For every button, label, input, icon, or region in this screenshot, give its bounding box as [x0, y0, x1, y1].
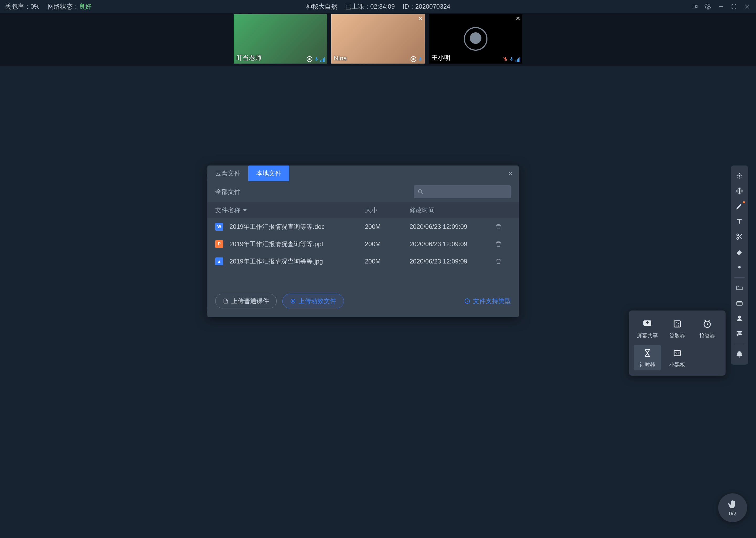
col-size[interactable]: 大小	[365, 206, 409, 214]
svg-point-27	[740, 333, 740, 333]
delete-icon[interactable]	[495, 241, 502, 247]
settings-icon[interactable]	[704, 3, 711, 10]
tile-close-icon[interactable]: ✕	[516, 15, 520, 22]
svg-rect-6	[420, 57, 421, 60]
tools-popover: 屏幕共享 A✓B✗ 答题器 抢答器 计时器 2+3 小黑板	[629, 310, 726, 376]
ppt-icon: P	[215, 240, 223, 248]
clock-icon	[701, 318, 713, 330]
hand-count: 0/2	[729, 511, 736, 517]
mic-icon	[314, 56, 319, 62]
pop-timer[interactable]: 计时器	[634, 345, 661, 370]
video-tile[interactable]: 叮当老师	[234, 14, 327, 64]
close-icon[interactable]	[743, 3, 751, 10]
fullscreen-icon[interactable]	[730, 3, 737, 10]
svg-rect-9	[511, 57, 512, 60]
raise-hand-button[interactable]: 0/2	[718, 493, 747, 522]
file-time: 2020/06/23 12:09:09	[409, 241, 495, 248]
table-body: W2019年工作汇报情况查询等等.doc 200M 2020/06/23 12:…	[208, 218, 519, 286]
table-row[interactable]: W2019年工作汇报情况查询等等.doc 200M 2020/06/23 12:…	[208, 218, 519, 235]
svg-point-25	[738, 333, 739, 333]
mic-icon	[509, 56, 514, 62]
svg-rect-22	[737, 301, 742, 305]
eraser-icon[interactable]	[733, 245, 746, 258]
file-size: 200M	[365, 223, 409, 230]
elapsed-value: 02:34:09	[370, 3, 395, 10]
video-tile[interactable]: ✕ Nina	[331, 14, 425, 64]
svg-point-10	[418, 190, 422, 193]
svg-text:B: B	[676, 325, 677, 327]
col-name[interactable]: 文件名称	[215, 206, 365, 214]
tile-close-icon[interactable]: ✕	[418, 15, 423, 22]
user-icon[interactable]	[733, 312, 746, 325]
svg-point-16	[739, 175, 740, 177]
toolbar-divider	[734, 344, 745, 344]
scissors-icon[interactable]	[733, 230, 746, 243]
net-value: 良好	[79, 3, 92, 10]
delete-icon[interactable]	[495, 223, 502, 230]
color-dot-icon	[743, 201, 745, 203]
svg-text:✓: ✓	[678, 322, 680, 324]
svg-text:✗: ✗	[678, 325, 680, 327]
signal-icon	[516, 57, 520, 62]
move-icon[interactable]	[733, 185, 746, 197]
file-time: 2020/06/23 12:09:09	[409, 223, 495, 230]
network-icon	[410, 56, 416, 62]
tool-toolbar	[731, 166, 748, 365]
bell-icon[interactable]	[733, 348, 746, 361]
search-input[interactable]	[414, 186, 511, 198]
video-strip: 叮当老师 ✕ Nina ✕ 王小明	[0, 13, 756, 66]
topbar: 丢包率：0% 网络状态：良好 神秘大自然 已上课：02:34:09 ID：202…	[0, 0, 756, 13]
hourglass-icon	[641, 347, 653, 359]
participant-name: Nina	[334, 55, 347, 62]
pop-buzzer[interactable]: 抢答器	[693, 316, 721, 341]
table-row[interactable]: P2019年工作汇报情况查询等等.ppt 200M 2020/06/23 12:…	[208, 235, 519, 253]
pop-blackboard[interactable]: 2+3 小黑板	[664, 345, 691, 370]
table-row[interactable]: ▲2019年工作汇报情况查询等等.jpg 200M 2020/06/23 12:…	[208, 253, 519, 270]
col-time[interactable]: 修改时间	[409, 206, 495, 214]
delete-icon[interactable]	[495, 258, 502, 265]
dialog-close-icon[interactable]: ✕	[508, 170, 513, 178]
svg-text:A: A	[676, 322, 677, 324]
upload-normal-button[interactable]: 上传普通课件	[215, 294, 277, 308]
file-name: 2019年工作汇报情况查询等等.jpg	[229, 257, 323, 266]
file-icon	[223, 298, 229, 304]
sort-caret-icon	[243, 209, 247, 211]
elapsed-label: 已上课：	[345, 3, 370, 10]
svg-point-1	[707, 6, 708, 7]
pop-screen-share[interactable]: 屏幕共享	[634, 316, 661, 341]
svg-point-24	[738, 316, 740, 318]
blackboard-icon: 2+3	[671, 347, 683, 359]
laser-pointer-icon[interactable]	[733, 169, 746, 182]
answer-icon: A✓B✗	[671, 318, 683, 330]
brightness-icon[interactable]	[733, 261, 746, 274]
camera-toggle-icon[interactable]	[691, 3, 698, 10]
participant-name: 叮当老师	[236, 54, 261, 62]
chat-icon[interactable]	[733, 327, 746, 340]
supported-types-link[interactable]: 文件支持类型	[464, 297, 511, 305]
hand-icon	[728, 499, 738, 510]
tab-cloud-files[interactable]: 云盘文件	[208, 166, 248, 181]
pen-icon[interactable]	[733, 200, 746, 213]
doc-icon: W	[215, 223, 223, 231]
camera-off-icon	[464, 27, 488, 51]
screen-share-icon	[641, 318, 653, 330]
mic-muted-icon	[503, 56, 508, 62]
pl-label: 丢包率：	[5, 3, 30, 10]
apps-icon[interactable]	[733, 296, 746, 310]
text-icon[interactable]	[733, 215, 746, 228]
file-time: 2020/06/23 12:09:09	[409, 258, 495, 265]
pop-answer-machine[interactable]: A✓B✗ 答题器	[664, 316, 691, 341]
id-value: 2020070324	[415, 3, 450, 10]
upload-animated-button[interactable]: 上传动效文件	[282, 294, 344, 308]
folder-icon[interactable]	[733, 281, 746, 295]
play-icon	[290, 298, 296, 304]
minimize-icon[interactable]	[717, 3, 725, 10]
network-icon	[307, 56, 312, 62]
image-icon: ▲	[215, 257, 223, 265]
svg-rect-5	[316, 57, 317, 60]
scope-label: 全部文件	[215, 188, 240, 196]
svg-text:2+3: 2+3	[676, 351, 682, 355]
video-tile[interactable]: ✕ 王小明	[429, 14, 522, 64]
tab-local-files[interactable]: 本地文件	[248, 166, 289, 181]
table-header: 文件名称 大小 修改时间	[208, 202, 519, 218]
